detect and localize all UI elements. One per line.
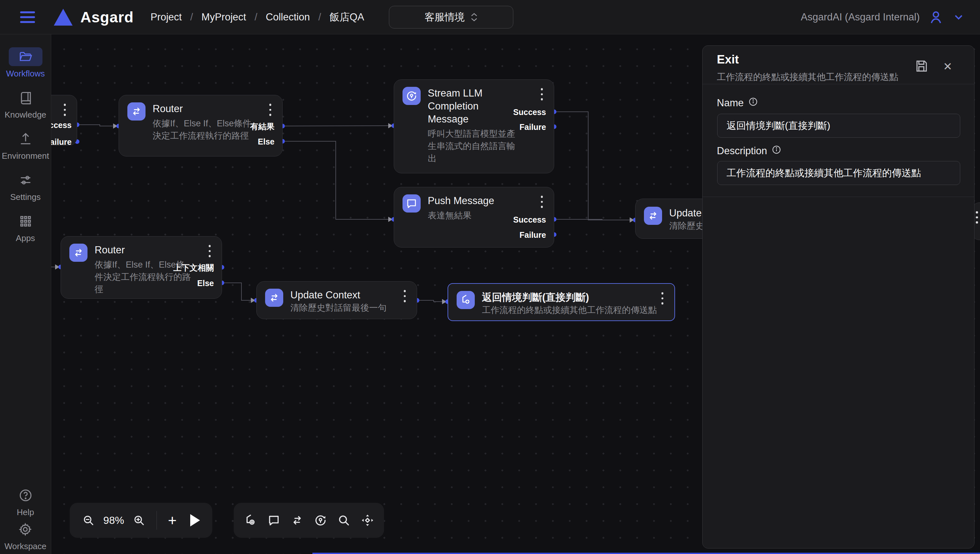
kebab-menu-icon[interactable] bbox=[660, 291, 665, 306]
chevron-down-icon bbox=[952, 11, 965, 24]
node-stream-llm[interactable]: Stream LLM Completion Message 呼叫大型語言模型並產… bbox=[394, 80, 554, 174]
node-description: 工作流程的終點或接續其他工作流程的傳送點 bbox=[482, 304, 663, 316]
sidebar-item-label: Help bbox=[17, 507, 34, 517]
llm-tool-icon[interactable] bbox=[314, 514, 327, 527]
zoom-toolbar: 98% + bbox=[70, 503, 212, 538]
node-title: 返回情境判斷(直接判斷) bbox=[482, 291, 663, 304]
toolbar-divider bbox=[156, 511, 157, 530]
info-icon[interactable] bbox=[771, 145, 781, 157]
app-logo: Asgard bbox=[54, 8, 134, 26]
move-tool-icon[interactable] bbox=[361, 514, 374, 527]
stream-llm-icon bbox=[403, 87, 421, 105]
description-label: Description bbox=[717, 145, 767, 157]
save-icon[interactable] bbox=[914, 59, 929, 75]
node-push-message[interactable]: Push Message 表達無結果 Success Failure bbox=[394, 187, 554, 248]
node-router-1[interactable]: Router 依據If、Else If、Else條件決定工作流程執行的路徑 有結… bbox=[119, 95, 283, 156]
sidebar-item-label: Knowledge bbox=[5, 110, 46, 120]
node-title: Stream LLM Completion Message bbox=[428, 87, 520, 126]
info-icon[interactable] bbox=[748, 97, 758, 109]
breadcrumb-workflow-name[interactable]: 飯店QA bbox=[330, 10, 364, 24]
kebab-menu-icon[interactable] bbox=[975, 210, 979, 225]
account-label: AsgardAI (Asgard Internal) bbox=[801, 11, 920, 23]
add-node-icon[interactable]: + bbox=[168, 514, 177, 527]
search-tool-icon[interactable] bbox=[337, 514, 351, 527]
sidebar: Workflows Knowledge Environment Settings… bbox=[0, 34, 51, 554]
sidebar-item-label: Environment bbox=[2, 151, 49, 161]
node-description: 清除歷史對話留最後一句 bbox=[290, 302, 407, 314]
panel-subtitle: 工作流程的終點或接續其他工作流程的傳送點 bbox=[717, 71, 898, 83]
node-router-2[interactable]: Router 依據If、Else If、Else條件決定工作流程執行的路徑 上下… bbox=[61, 236, 222, 299]
breadcrumb-separator: / bbox=[254, 11, 257, 23]
node-title: Push Message bbox=[428, 194, 535, 207]
close-icon[interactable]: ✕ bbox=[943, 60, 953, 73]
breadcrumb-collection[interactable]: Collection bbox=[266, 11, 310, 23]
kebab-menu-icon[interactable] bbox=[540, 194, 545, 209]
top-bar: Asgard Project / MyProject / Collection … bbox=[0, 0, 980, 34]
sidebar-item-workspace[interactable]: Workspace bbox=[5, 520, 47, 551]
environment-select-value: 客服情境 bbox=[424, 10, 465, 24]
output-port-label: 有結果 bbox=[250, 121, 274, 131]
zoom-out-icon[interactable] bbox=[82, 514, 95, 527]
run-workflow-icon[interactable] bbox=[190, 514, 200, 527]
message-tool-icon[interactable] bbox=[267, 514, 280, 527]
node-entry-partial[interactable]: Success Failure bbox=[51, 95, 77, 145]
sliders-icon bbox=[9, 171, 43, 189]
breadcrumb-project[interactable]: Project bbox=[150, 11, 182, 23]
node-exit-selected[interactable]: 返回情境判斷(直接判斷) 工作流程的終點或接續其他工作流程的傳送點 bbox=[448, 283, 675, 321]
panel-divider bbox=[703, 197, 974, 197]
apps-grid-icon bbox=[9, 212, 43, 231]
sidebar-item-label: Settings bbox=[10, 192, 41, 202]
node-palette-toolbar bbox=[234, 503, 384, 538]
name-input[interactable] bbox=[717, 114, 960, 138]
router-icon bbox=[127, 102, 145, 121]
hamburger-menu-icon[interactable] bbox=[20, 11, 35, 23]
user-icon bbox=[928, 10, 944, 25]
node-update-context[interactable]: Update Context 清除歷史對話留最後一句 bbox=[257, 281, 417, 319]
upload-icon bbox=[9, 130, 43, 148]
output-port-label: Success bbox=[513, 107, 546, 117]
folder-icon bbox=[9, 47, 43, 66]
name-label: Name bbox=[717, 97, 744, 109]
exit-icon bbox=[457, 291, 475, 309]
breadcrumb-myproject[interactable]: MyProject bbox=[202, 11, 246, 23]
zoom-in-icon[interactable] bbox=[132, 514, 145, 527]
sidebar-item-help[interactable]: Help bbox=[9, 486, 43, 517]
help-circle-icon bbox=[9, 486, 43, 505]
breadcrumb-separator: / bbox=[318, 11, 321, 23]
update-context-icon bbox=[644, 207, 662, 225]
sidebar-item-knowledge[interactable]: Knowledge bbox=[5, 88, 46, 120]
sidebar-item-environment[interactable]: Environment bbox=[2, 130, 49, 161]
kebab-menu-icon[interactable] bbox=[540, 87, 545, 102]
output-port-label: Success bbox=[51, 120, 72, 130]
message-icon bbox=[403, 194, 421, 213]
sidebar-item-apps[interactable]: Apps bbox=[9, 212, 43, 243]
description-input[interactable]: 工作流程的終點或接續其他工作流程的傳送點 bbox=[717, 161, 960, 185]
sidebar-item-workflows[interactable]: Workflows bbox=[6, 47, 45, 79]
exit-node-tool-icon[interactable] bbox=[243, 514, 257, 527]
sidebar-item-settings[interactable]: Settings bbox=[9, 171, 43, 202]
node-description: 依據If、Else If、Else條件決定工作流程執行的路徑 bbox=[153, 117, 260, 142]
panel-title: Exit bbox=[717, 53, 739, 67]
account-menu[interactable]: AsgardAI (Asgard Internal) bbox=[801, 10, 965, 25]
output-port-label: Failure bbox=[519, 122, 546, 132]
kebab-menu-icon[interactable] bbox=[62, 102, 67, 117]
zoom-level: 98% bbox=[104, 514, 124, 527]
router-tool-icon[interactable] bbox=[290, 514, 304, 527]
logo-text: Asgard bbox=[80, 8, 134, 26]
bottom-accent-line bbox=[312, 553, 980, 554]
kebab-menu-icon[interactable] bbox=[207, 244, 212, 258]
output-port-label: 上下文相關 bbox=[174, 263, 214, 272]
node-detail-panel: Exit 工作流程的終點或接續其他工作流程的傳送點 ✕ Name Descrip… bbox=[702, 45, 975, 549]
gear-icon bbox=[8, 520, 42, 539]
breadcrumb-separator: / bbox=[190, 11, 193, 23]
environment-select[interactable]: 客服情境 bbox=[389, 6, 513, 29]
kebab-menu-icon[interactable] bbox=[403, 289, 407, 304]
output-port-label: Failure bbox=[519, 230, 546, 240]
kebab-menu-icon[interactable] bbox=[268, 102, 273, 117]
node-description: 呼叫大型語言模型並產生串流式的自然語言輸出 bbox=[428, 127, 520, 165]
sidebar-item-label: Apps bbox=[16, 233, 35, 243]
breadcrumb: Project / MyProject / Collection / 飯店QA bbox=[150, 10, 364, 24]
output-port-label: Else bbox=[198, 278, 214, 288]
output-port-label: Else bbox=[258, 137, 274, 146]
sidebar-item-label: Workspace bbox=[5, 541, 47, 551]
